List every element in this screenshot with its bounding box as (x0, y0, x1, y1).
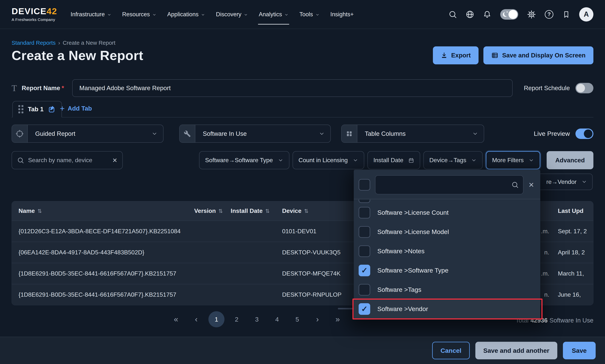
nav-item-applications[interactable]: Applications (167, 11, 205, 18)
checkbox-checked[interactable]: ✓ (359, 303, 370, 315)
chevron-down-icon (528, 157, 534, 163)
breadcrumb-link[interactable]: Standard Reports (12, 40, 56, 46)
target-icon (12, 125, 28, 142)
option-software-type[interactable]: ✓ Software >Software Type (354, 261, 540, 280)
data-source-value: Software In Use (203, 130, 247, 137)
more-filters-button[interactable]: More Filters (486, 151, 540, 169)
page-1-button[interactable]: 1 (208, 311, 224, 327)
checkbox[interactable] (359, 284, 370, 296)
column-header-device[interactable]: Device⇅ (282, 208, 354, 214)
chevron-down-icon (315, 13, 320, 17)
cell-device: DESKTOP-MFQE74K (282, 270, 354, 277)
nav-item-insights[interactable]: Insights+ (330, 11, 354, 18)
cell-device: DESKTOP-VUUK3Q5 (282, 249, 354, 256)
dropdown-search-input[interactable] (380, 182, 512, 188)
checkbox[interactable] (359, 207, 370, 219)
drag-handle-icon[interactable] (18, 105, 23, 113)
checkbox[interactable] (359, 226, 370, 238)
chevron-down-icon (581, 179, 587, 185)
help-icon[interactable]: ? (545, 10, 553, 19)
nav-item-tools[interactable]: Tools (299, 11, 319, 18)
column-header-name[interactable]: Name⇅ (12, 208, 194, 214)
page-first-button[interactable]: « (168, 311, 184, 327)
save-and-add-button[interactable]: Save and add another (475, 342, 557, 359)
option-license-model[interactable]: Software >License Model (354, 222, 540, 242)
filter-row: × Software→Software Type Count in Licens… (12, 151, 593, 169)
column-header-install-date[interactable]: Install Date⇅ (231, 208, 282, 214)
filter-count-licensing[interactable]: Count in Licensing (293, 151, 364, 169)
search-icon[interactable] (449, 10, 457, 18)
avatar[interactable]: A (579, 7, 593, 22)
cell-last-updated: June 16, (549, 291, 593, 298)
cell-name: {012D26C3-E12A-3BDA-8ECE-DF14E721A507}.K… (12, 228, 194, 235)
report-type-select[interactable]: Guided Report (12, 125, 164, 143)
table-columns-select[interactable]: Table Columns (341, 125, 484, 143)
cell-last-updated: Sept. 17, 2 (549, 228, 593, 235)
sort-icon[interactable]: ⇅ (219, 208, 223, 214)
export-button[interactable]: Export (433, 46, 479, 64)
main-nav: Infrastructure Resources Applications Di… (71, 11, 354, 18)
option-notes[interactable]: Software >Notes (354, 242, 540, 261)
checkbox[interactable] (359, 246, 370, 257)
edit-icon[interactable] (48, 105, 56, 113)
live-preview: Live Preview (534, 129, 593, 139)
cell-device: 0101-DEV01 (282, 228, 354, 235)
page-prev-button[interactable]: ‹ (188, 311, 204, 327)
option-license-count[interactable]: Software >License Count (354, 203, 540, 222)
table-columns-value: Table Columns (365, 130, 406, 137)
table-icon (491, 52, 498, 59)
sort-icon[interactable]: ⇅ (38, 208, 42, 214)
page-2-button[interactable]: 2 (229, 311, 245, 327)
close-icon[interactable]: × (529, 180, 534, 189)
report-schedule-toggle[interactable] (575, 83, 593, 93)
chevron-down-icon (319, 131, 325, 137)
save-button[interactable]: Save (563, 342, 596, 359)
filter-install-date[interactable]: Install Date (367, 151, 420, 169)
search-input[interactable] (28, 157, 108, 164)
page-5-button[interactable]: 5 (289, 311, 305, 327)
clear-icon[interactable]: × (112, 156, 117, 164)
option-vendor[interactable]: ✓ Software >Vendor (354, 299, 540, 319)
breadcrumb: Standard Reports › Create a New Report (12, 40, 116, 46)
chevron-down-icon (244, 13, 248, 17)
page-3-button[interactable]: 3 (249, 311, 265, 327)
theme-toggle[interactable] (500, 9, 518, 20)
nav-item-infrastructure[interactable]: Infrastructure (71, 11, 111, 18)
filter-software-type[interactable]: Software→Software Type (199, 151, 289, 169)
page-next-button[interactable]: › (309, 311, 325, 327)
tab-1[interactable]: Tab 1 (12, 101, 62, 117)
gear-icon[interactable] (527, 10, 536, 19)
page-last-button[interactable]: » (330, 311, 346, 327)
nav-item-analytics[interactable]: Analytics (259, 11, 288, 18)
brand-logo[interactable]: DEVICE42 A Freshworks Company (12, 7, 57, 22)
page-4-button[interactable]: 4 (269, 311, 285, 327)
save-display-button[interactable]: Save and Display On Screen (483, 46, 593, 64)
cell-name: {1D8E6291-B0D5-35EC-8441-6616F567A0F7}.K… (12, 291, 194, 298)
column-header-last-updated[interactable]: Last Upd (549, 208, 593, 214)
cell-device: DESKTOP-RNPULOP (282, 291, 354, 298)
live-preview-toggle[interactable] (575, 129, 593, 139)
report-name-input[interactable] (72, 79, 513, 97)
nav-item-resources[interactable]: Resources (122, 11, 156, 18)
filter-device-tags[interactable]: Device→Tags (423, 151, 483, 169)
nav-item-discovery[interactable]: Discovery (216, 11, 248, 18)
sort-icon[interactable]: ⇅ (304, 208, 308, 214)
column-header-version[interactable]: Version⇅ (194, 208, 231, 214)
report-config-row: Guided Report Software In Use Table Colu… (12, 125, 593, 143)
option-tags[interactable]: Software >Tags (354, 280, 540, 299)
sort-icon[interactable]: ⇅ (265, 208, 270, 214)
data-source-select[interactable]: Software In Use (179, 125, 331, 143)
chevron-down-icon (201, 13, 205, 17)
cancel-button[interactable]: Cancel (432, 342, 470, 359)
checkbox-checked[interactable]: ✓ (359, 265, 370, 276)
more-filters-dropdown: × Software >License Count Software >Lice… (354, 170, 540, 319)
scrolled-checkbox-fragment (359, 200, 370, 203)
report-schedule: Report Schedule (524, 83, 593, 93)
advanced-button[interactable]: Advanced (547, 151, 593, 169)
bookmark-icon[interactable] (562, 11, 570, 18)
select-all-checkbox[interactable] (359, 179, 370, 191)
add-tab-button[interactable]: + Add Tab (60, 104, 92, 113)
check-icon: ✓ (361, 266, 368, 275)
globe-icon[interactable] (466, 10, 474, 18)
bell-icon[interactable] (483, 10, 491, 18)
